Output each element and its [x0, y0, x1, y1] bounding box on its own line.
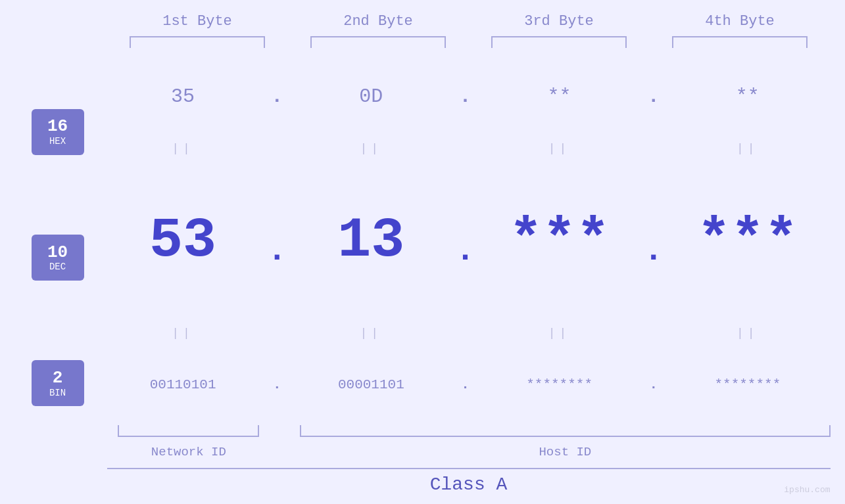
dec-b3: ***	[477, 209, 642, 273]
dec-row: 53 . 13 . *** . ***	[101, 160, 831, 321]
top-brackets-row	[107, 36, 831, 56]
full-bottom-bracket	[107, 459, 831, 469]
dot-hex-1: .	[266, 85, 289, 108]
class-label-row: Class A ipshu.com	[107, 469, 831, 497]
eq1-b2: ||	[289, 142, 454, 155]
bin-b1: 00110101	[101, 377, 266, 392]
hex-row: 35 . 0D . ** . **	[101, 56, 831, 137]
top-bracket-4	[650, 36, 831, 56]
top-bracket-2	[288, 36, 469, 56]
eq1-b4: ||	[665, 142, 830, 155]
data-grid: 35 . 0D . ** . ** || || || || 53	[101, 56, 831, 459]
dot-dec-1: .	[266, 212, 289, 269]
byte3-header: 3rd Byte	[469, 13, 650, 30]
class-label: Class A	[430, 474, 508, 495]
dot-dec-3: .	[642, 212, 665, 269]
labels-column: 16 HEX 10 DEC 2 BIN	[15, 56, 101, 459]
network-id-label: Network ID	[101, 445, 278, 459]
top-bracket-3	[469, 36, 650, 56]
dot-dec-2: .	[454, 212, 477, 269]
bin-b2: 00001101	[289, 377, 454, 392]
bin-b3: ********	[477, 377, 642, 392]
dec-b2: 13	[289, 209, 454, 273]
top-bracket-1	[107, 36, 288, 56]
network-bracket-wrapper	[101, 425, 278, 445]
equals-row-2: || || || ||	[101, 321, 831, 344]
eq2-b3: ||	[477, 327, 642, 340]
bin-row: 00110101 . 00001101 . ******** . *******…	[101, 344, 831, 425]
eq2-b4: ||	[665, 327, 830, 340]
dot-hex-2: .	[454, 85, 477, 108]
byte4-header: 4th Byte	[650, 13, 831, 30]
eq1-b3: ||	[477, 142, 642, 155]
dec-b4: ***	[665, 209, 830, 273]
host-bracket-wrapper	[300, 425, 830, 445]
byte-headers: 1st Byte 2nd Byte 3rd Byte 4th Byte	[107, 13, 831, 30]
dot-bin-2: .	[454, 377, 477, 392]
watermark: ipshu.com	[784, 485, 830, 495]
network-host-labels: Network ID Host ID	[101, 445, 831, 459]
class-section: Class A ipshu.com	[107, 459, 831, 497]
eq2-b1: ||	[101, 327, 266, 340]
hex-badge: 16 HEX	[32, 109, 84, 155]
bin-b4: ********	[665, 377, 830, 392]
eq2-b2: ||	[289, 327, 454, 340]
hex-b3: **	[477, 85, 642, 108]
host-id-label: Host ID	[300, 445, 830, 459]
dot-hex-3: .	[642, 85, 665, 108]
dot-bin-3: .	[642, 377, 665, 392]
eq1-b1: ||	[101, 142, 266, 155]
main-area: 16 HEX 10 DEC 2 BIN 35 . 0D . ** . **	[15, 56, 831, 459]
byte1-header: 1st Byte	[107, 13, 288, 30]
byte2-header: 2nd Byte	[288, 13, 469, 30]
hex-b4: **	[665, 85, 830, 108]
hex-b2: 0D	[289, 85, 454, 108]
equals-row-1: || || || ||	[101, 137, 831, 160]
dec-badge: 10 DEC	[32, 235, 84, 281]
hex-b1: 35	[101, 85, 266, 108]
dot-bin-1: .	[266, 377, 289, 392]
bin-badge: 2 BIN	[32, 360, 84, 406]
dec-b1: 53	[101, 209, 266, 273]
bottom-brackets	[101, 425, 831, 445]
